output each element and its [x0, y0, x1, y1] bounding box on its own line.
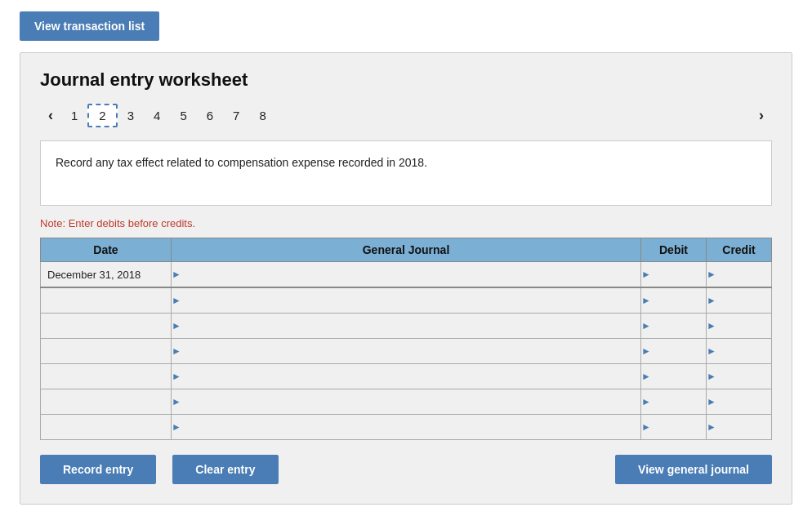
arrow-icon-7: ►: [172, 421, 181, 433]
page-1[interactable]: 1: [61, 105, 87, 126]
credit-cell-3[interactable]: ►: [707, 314, 772, 339]
credit-input-2[interactable]: [718, 288, 771, 313]
gj-cell-5[interactable]: ►: [172, 364, 641, 389]
gj-input-2[interactable]: [183, 288, 640, 313]
date-value-1: December 31, 2018: [47, 269, 141, 281]
debit-input-6[interactable]: [653, 389, 706, 414]
pagination-prev[interactable]: ‹: [40, 104, 61, 127]
debit-arrow-4: ►: [641, 345, 651, 357]
credit-cell-6[interactable]: ►: [707, 389, 772, 415]
credit-arrow-3: ►: [707, 320, 716, 331]
debit-cell-7[interactable]: ►: [641, 415, 707, 440]
debit-cell-6[interactable]: ►: [641, 389, 707, 415]
credit-arrow-1: ►: [707, 269, 716, 280]
main-container: Journal entry worksheet ‹ 1 2 3 4 5 6 7 …: [20, 52, 792, 505]
pagination-next[interactable]: ›: [751, 104, 772, 127]
page-7[interactable]: 7: [223, 105, 249, 126]
table-row: ► ► ►: [41, 314, 772, 339]
gj-input-3[interactable]: [183, 314, 640, 338]
header-general-journal: General Journal: [172, 238, 641, 262]
credit-arrow-2: ►: [707, 295, 716, 306]
gj-cell-6[interactable]: ►: [172, 389, 641, 415]
pagination: ‹ 1 2 3 4 5 6 7 8 ›: [40, 104, 772, 127]
page-6[interactable]: 6: [197, 105, 223, 126]
table-row: ► ► ►: [41, 389, 772, 415]
credit-input-3[interactable]: [718, 314, 771, 338]
debit-cell-5[interactable]: ►: [641, 364, 707, 389]
date-cell-6: [41, 389, 172, 415]
page-5[interactable]: 5: [170, 105, 196, 126]
table-row: December 31, 2018 ► ► ►: [41, 262, 772, 288]
debit-cell-3[interactable]: ►: [641, 314, 707, 339]
debit-input-1[interactable]: [653, 262, 706, 287]
gj-cell-7[interactable]: ►: [172, 415, 641, 440]
table-row: ► ► ►: [41, 415, 772, 440]
page-8[interactable]: 8: [249, 105, 275, 126]
header-credit: Credit: [707, 238, 772, 262]
debit-arrow-7: ►: [641, 421, 651, 433]
date-cell-7: [41, 415, 172, 440]
clear-entry-button[interactable]: Clear entry: [172, 455, 278, 484]
table-row: ► ► ►: [41, 339, 772, 364]
credit-input-6[interactable]: [718, 389, 771, 414]
credit-input-4[interactable]: [718, 339, 771, 363]
page-4[interactable]: 4: [144, 105, 170, 126]
top-bar: View transaction list: [0, 0, 812, 52]
gj-input-4[interactable]: [183, 339, 640, 363]
header-debit: Debit: [641, 238, 707, 262]
gj-cell-1[interactable]: ►: [172, 262, 641, 288]
gj-cell-4[interactable]: ►: [172, 339, 641, 364]
instruction-text: Record any tax effect related to compens…: [56, 156, 427, 169]
note-text: Note: Enter debits before credits.: [40, 217, 772, 229]
debit-arrow-3: ►: [641, 320, 651, 331]
table-row: ► ► ►: [41, 287, 772, 314]
arrow-icon-1: ►: [172, 269, 181, 280]
debit-input-4[interactable]: [653, 339, 706, 363]
page-3[interactable]: 3: [118, 105, 144, 126]
debit-arrow-6: ►: [641, 396, 651, 407]
debit-arrow-5: ►: [641, 371, 651, 382]
debit-input-7[interactable]: [653, 415, 706, 439]
credit-cell-4[interactable]: ►: [707, 339, 772, 364]
arrow-icon-2: ►: [172, 295, 181, 306]
gj-cell-3[interactable]: ►: [172, 314, 641, 339]
date-cell-2: [41, 287, 172, 314]
page-2[interactable]: 2: [87, 104, 117, 127]
date-cell-4: [41, 339, 172, 364]
credit-cell-7[interactable]: ►: [707, 415, 772, 440]
gj-cell-2[interactable]: ►: [172, 287, 641, 314]
debit-arrow-1: ►: [641, 269, 651, 280]
debit-input-2[interactable]: [653, 288, 706, 313]
credit-cell-1[interactable]: ►: [707, 262, 772, 288]
arrow-icon-3: ►: [172, 320, 181, 331]
gj-input-6[interactable]: [183, 389, 640, 414]
credit-input-7[interactable]: [718, 415, 771, 439]
journal-table: Date General Journal Debit Credit Decemb…: [40, 238, 772, 440]
view-transaction-button[interactable]: View transaction list: [20, 11, 159, 41]
date-cell-5: [41, 364, 172, 389]
credit-input-5[interactable]: [718, 364, 771, 389]
gj-input-7[interactable]: [183, 415, 640, 439]
credit-input-1[interactable]: [718, 262, 771, 287]
debit-cell-2[interactable]: ►: [641, 287, 707, 314]
view-general-journal-button[interactable]: View general journal: [615, 455, 772, 484]
record-entry-button[interactable]: Record entry: [40, 455, 156, 484]
credit-arrow-5: ►: [707, 371, 716, 382]
debit-input-5[interactable]: [653, 364, 706, 389]
credit-arrow-4: ►: [707, 345, 716, 357]
date-cell-1: December 31, 2018: [41, 262, 172, 288]
gj-input-1[interactable]: [183, 262, 640, 287]
arrow-icon-4: ►: [172, 345, 181, 357]
gj-input-5[interactable]: [183, 364, 640, 389]
credit-cell-2[interactable]: ►: [707, 287, 772, 314]
debit-cell-1[interactable]: ►: [641, 262, 707, 288]
debit-cell-4[interactable]: ►: [641, 339, 707, 364]
credit-arrow-7: ►: [707, 421, 716, 433]
arrow-icon-5: ►: [172, 371, 181, 382]
instruction-box: Record any tax effect related to compens…: [40, 140, 772, 206]
date-cell-3: [41, 314, 172, 339]
arrow-icon-6: ►: [172, 396, 181, 407]
debit-input-3[interactable]: [653, 314, 706, 338]
credit-cell-5[interactable]: ►: [707, 364, 772, 389]
debit-arrow-2: ►: [641, 295, 651, 306]
